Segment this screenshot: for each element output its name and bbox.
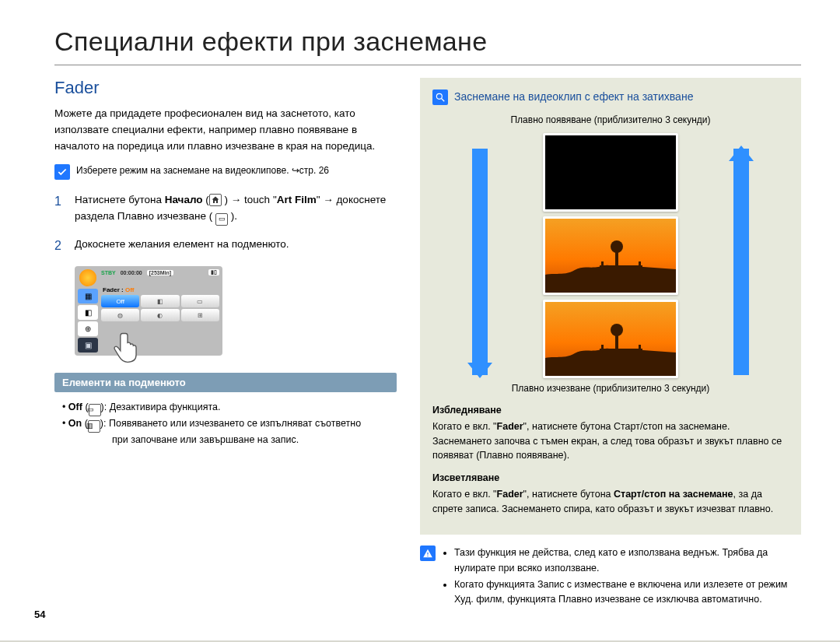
cs-tile-4: ◍: [101, 309, 139, 321]
svg-rect-4: [600, 265, 642, 268]
step-1-text-b: (: [203, 194, 209, 205]
cs-icon-cam: ◧: [78, 305, 98, 320]
on-icon: ▥: [88, 420, 100, 433]
svg-rect-9: [600, 349, 642, 351]
fade-in-para: Когато е вкл. "Fader", натиснете бутона …: [432, 419, 789, 463]
step-2: 2 Докоснете желания елемент на подменюто…: [54, 237, 397, 256]
cs-icon-play: ▣: [78, 338, 98, 353]
cs-record-icon: [79, 269, 96, 286]
left-column: Fader Можете да придадете професионален …: [54, 78, 397, 609]
chapter-title: Специални ефекти при заснемане: [54, 26, 801, 65]
step-2-text: Докоснете желания елемент на подменюто.: [75, 237, 397, 256]
svg-rect-12: [427, 553, 428, 555]
cs-fader-state: Off: [125, 286, 135, 293]
step-1: 1 Натиснете бутона Начало ( ) → touch "A…: [54, 192, 397, 226]
cs-stby-label: STBY: [101, 270, 116, 275]
warning-block: Тази функция не действа, след като е изп…: [420, 546, 801, 609]
cs-remain: [253Min]: [147, 270, 173, 275]
warning-item-2: Когато функцията Запис с изместване е вк…: [454, 577, 801, 608]
svg-rect-5: [601, 261, 604, 268]
warning-icon: [420, 546, 436, 561]
step-1-text-e: ).: [228, 210, 237, 222]
submenu-bullets: Off (▭): Дезактивира функцията. On (▥): …: [54, 400, 397, 447]
cs-time: 00:00:00: [121, 270, 142, 275]
step-1-text-a: Натиснете бутона: [75, 194, 165, 205]
svg-rect-11: [639, 345, 641, 351]
hand-pointer-icon: [110, 329, 145, 365]
home-icon: [209, 194, 222, 206]
panel-icon: ▭: [215, 213, 228, 226]
intro-paragraph: Можете да придадете професионален вид на…: [54, 106, 397, 155]
svg-point-2: [611, 240, 623, 253]
cs-sidebar: ▦ ◧ ⊕ ▣: [78, 269, 98, 353]
fade-frame-sunset-1: [543, 216, 678, 295]
bullet-on: On (▥): Появяването или изчезването се и…: [67, 416, 397, 447]
mode-note: Изберете режим на заснемане на видеоклип…: [54, 164, 397, 180]
svg-point-0: [436, 93, 442, 99]
cs-battery-icon: ▮▯: [208, 269, 219, 275]
fade-frame-black: [543, 133, 678, 212]
info-title: Заснемане на видеоклип с ефект на затихв…: [454, 89, 693, 105]
bullet-off: Off (▭): Дезактивира функцията.: [67, 400, 397, 416]
step-number: 1: [54, 192, 65, 226]
arrow-up-icon: [733, 149, 750, 375]
right-column: Заснемане на видеоклип с ефект на затихв…: [420, 78, 801, 609]
arrow-down-icon: [471, 149, 488, 375]
fade-out-para: Когато е вкл. "Fader", натиснете бутона …: [432, 487, 789, 517]
fade-out-title: Изсветляване: [432, 471, 789, 486]
caption-top: Плавно появяване (приблизително 3 секунд…: [432, 113, 789, 127]
cs-tile-3: ▭: [181, 295, 219, 307]
cs-tile-5: ◐: [141, 309, 179, 321]
section-title-fader: Fader: [54, 78, 397, 98]
step-1-bold-a: Начало: [165, 194, 203, 205]
submenu-header: Елементи на подменюто: [54, 373, 397, 392]
svg-rect-6: [639, 261, 641, 268]
cs-fader-label: Fader :: [103, 286, 124, 293]
fade-figure: [432, 133, 789, 378]
camera-screenshot: ▦ ◧ ⊕ ▣ STBY 00:00:00 [253Min] ▮▯ Fader …: [75, 266, 222, 356]
page-number: 54: [34, 609, 45, 620]
cs-tile-2: ◧: [141, 295, 179, 307]
info-panel: Заснемане на видеоклип с ефект на затихв…: [420, 78, 801, 535]
check-icon: [54, 164, 70, 180]
step-number: 2: [54, 237, 65, 256]
svg-point-7: [611, 324, 623, 336]
fade-frame-sunset-2: [543, 300, 678, 378]
cs-icon-img: ▦: [78, 289, 98, 303]
warning-item-1: Тази функция не действа, след като е изп…: [454, 546, 801, 576]
step-list: 1 Натиснете бутона Начало ( ) → touch "A…: [54, 192, 397, 256]
svg-rect-10: [601, 345, 604, 351]
off-icon: ▭: [89, 404, 101, 416]
svg-line-1: [442, 98, 445, 101]
fade-in-title: Избледняване: [432, 403, 789, 418]
step-1-text-c: ) → touch ": [222, 194, 277, 205]
step-1-bold-b: Art Film: [277, 194, 317, 205]
cs-tile-6: ⊞: [181, 309, 219, 321]
caption-bottom: Плавно изчезване (приблизително 3 секунд…: [432, 381, 789, 395]
cs-icon-zoom: ⊕: [78, 321, 98, 336]
cs-tile-off: Off: [101, 295, 139, 307]
mode-note-text: Изберете режим на заснемане на видеоклип…: [76, 164, 329, 177]
magnify-icon: [432, 89, 448, 105]
svg-rect-13: [427, 556, 428, 556]
